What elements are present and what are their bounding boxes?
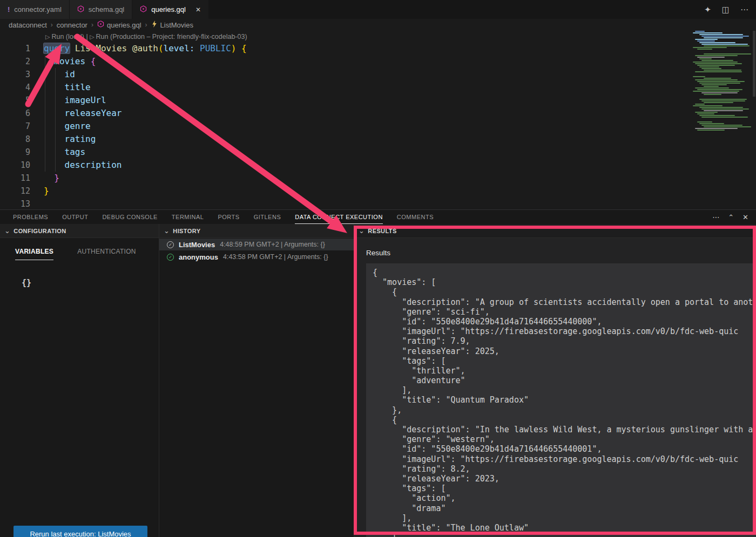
- breadcrumb-label: connector: [57, 21, 87, 29]
- history-entry-anonymous[interactable]: ✓anonymous4:43:58 PM GMT+2 | Arguments: …: [159, 251, 354, 263]
- history-header[interactable]: ⌄ HISTORY: [159, 224, 354, 238]
- results-json-line: "adventure": [373, 376, 756, 385]
- code-token: ListMovies: [75, 43, 127, 53]
- minimap-line: [701, 125, 742, 126]
- line-number: 6: [0, 107, 30, 120]
- minimap-line: [693, 32, 723, 33]
- tab-variables[interactable]: VARIABLES: [15, 248, 53, 260]
- breadcrumb-label: ListMovies: [160, 21, 193, 29]
- breadcrumb-separator: ›: [145, 21, 147, 29]
- minimap-line: [695, 112, 718, 113]
- panel-tab-debug-console[interactable]: DEBUG CONSOLE: [102, 210, 157, 224]
- code-token: {: [241, 43, 247, 53]
- minimap-line: [704, 45, 750, 46]
- panel-close-icon[interactable]: ✕: [742, 213, 748, 221]
- breadcrumb-item-ListMovies[interactable]: ListMovies: [151, 21, 193, 29]
- minimap-line: [704, 102, 733, 103]
- panel-more-icon[interactable]: ⋯: [712, 213, 719, 221]
- configuration-header[interactable]: ⌄ CONFIGURATION: [0, 224, 159, 238]
- code-line: movies {: [44, 55, 96, 68]
- code-line: }: [44, 185, 49, 198]
- results-header[interactable]: ⌄ RESULTS: [354, 224, 756, 238]
- minimap-line: [704, 126, 751, 127]
- line-number: 10: [0, 159, 30, 172]
- editor-scrollbar[interactable]: [753, 31, 755, 97]
- panel-tab-gitlens[interactable]: GITLENS: [254, 210, 281, 224]
- minimap-line: [701, 60, 733, 61]
- minimap-line: [701, 36, 749, 37]
- results-json-line: "imageUrl": "https://firebasestorage.goo…: [373, 327, 756, 336]
- check-circle-icon: ✓: [167, 241, 174, 248]
- code-line: }: [44, 172, 59, 185]
- results-json-line: {: [373, 415, 756, 425]
- more-actions-icon[interactable]: ⋯: [740, 5, 748, 15]
- run-production-link[interactable]: Run (Production – Project: friendly-flix…: [96, 33, 247, 40]
- breadcrumb-separator: ›: [51, 21, 53, 29]
- minimap-line: [693, 52, 753, 53]
- panel-tab-terminal[interactable]: TERMINAL: [172, 210, 204, 224]
- minimap-line: [695, 87, 729, 89]
- code-token: [127, 43, 132, 53]
- configuration-tabs: VARIABLES AUTHENTICATION: [0, 248, 159, 260]
- minimap-line: [693, 91, 739, 92]
- panel-maximize-icon[interactable]: ⌃: [728, 213, 734, 221]
- copilot-sparkle-icon[interactable]: ✦: [704, 5, 711, 15]
- run-local-link[interactable]: Run (local): [51, 33, 84, 40]
- minimap-line: [693, 105, 723, 106]
- variables-value[interactable]: {}: [22, 278, 31, 288]
- minimap-line: [693, 76, 705, 77]
- minimap-line: [699, 107, 743, 108]
- code-token: imageUrl: [65, 95, 106, 105]
- line-number: 9: [0, 146, 30, 159]
- minimap-line: [693, 118, 753, 119]
- code-token: [44, 69, 65, 79]
- minimap-line: [704, 86, 719, 87]
- split-editor-icon[interactable]: ◫: [722, 5, 730, 15]
- editor-tab-queries-gql[interactable]: queries.gql✕: [132, 0, 208, 19]
- editor-tab-schema-gql[interactable]: schema.gql: [70, 0, 132, 19]
- code-token: }: [54, 173, 59, 183]
- editor-tab-bar: !connector.yamlschema.gqlqueries.gql✕ ✦ …: [0, 0, 756, 19]
- results-json-line: "tags": [: [373, 484, 756, 493]
- editor-tab-connector-yaml[interactable]: !connector.yaml: [0, 0, 69, 19]
- line-number: 11: [0, 172, 30, 185]
- line-number: 12: [0, 185, 30, 198]
- panel-tab-output[interactable]: OUTPUT: [62, 210, 88, 224]
- code-line: id: [44, 68, 75, 81]
- rerun-last-execution-button[interactable]: Rerun last execution: ListMovies: [14, 526, 147, 537]
- minimap-line: [699, 58, 712, 59]
- results-json-viewer[interactable]: { "movies": [ { "description": "A group …: [366, 263, 756, 537]
- minimap-line: [701, 84, 727, 85]
- panel-tab-comments[interactable]: COMMENTS: [397, 210, 434, 224]
- close-icon[interactable]: ✕: [195, 6, 201, 13]
- results-json-line: "id": "550e8400e29b41d4a716446655440001"…: [373, 444, 756, 454]
- panel-tab-problems[interactable]: PROBLEMS: [13, 210, 48, 224]
- minimap-line: [693, 97, 753, 98]
- line-number: 8: [0, 133, 30, 146]
- code-token: [44, 95, 65, 105]
- code-token: }: [44, 186, 49, 196]
- code-line: query ListMovies @auth(level: PUBLIC) {: [44, 42, 247, 55]
- tab-authentication[interactable]: AUTHENTICATION: [77, 248, 136, 260]
- code-token: [44, 82, 65, 92]
- history-entry-meta: 4:43:58 PM GMT+2 | Arguments: {}: [223, 253, 328, 261]
- minimap[interactable]: [693, 31, 753, 139]
- minimap-line: [695, 31, 705, 32]
- breadcrumb-item-dataconnect[interactable]: dataconnect: [9, 21, 47, 29]
- breadcrumb-item-queries-gql[interactable]: queries.gql: [97, 21, 141, 29]
- minimap-line: [695, 104, 705, 105]
- history-section: ⌄ HISTORY ✓ListMovies4:48:59 PM GMT+2 | …: [159, 224, 354, 537]
- minimap-line: [695, 63, 742, 64]
- breadcrumb-item-connector[interactable]: connector: [57, 21, 87, 29]
- minimap-line: [695, 71, 742, 72]
- breadcrumb: dataconnect›connector›queries.gql›ListMo…: [9, 19, 603, 31]
- history-entry-ListMovies[interactable]: ✓ListMovies4:48:59 PM GMT+2 | Arguments:…: [159, 239, 354, 250]
- panel-tab-ports[interactable]: PORTS: [218, 210, 239, 224]
- minimap-line: [697, 57, 725, 58]
- code-editor[interactable]: ▷Run (local) | ▷Run (Production – Projec…: [0, 31, 756, 209]
- minimap-line: [701, 100, 745, 101]
- minimap-line: [704, 37, 743, 38]
- code-token: [85, 56, 91, 66]
- panel-tab-data-connect-execution[interactable]: DATA CONNECT EXECUTION: [295, 210, 383, 224]
- minimap-line: [704, 110, 743, 111]
